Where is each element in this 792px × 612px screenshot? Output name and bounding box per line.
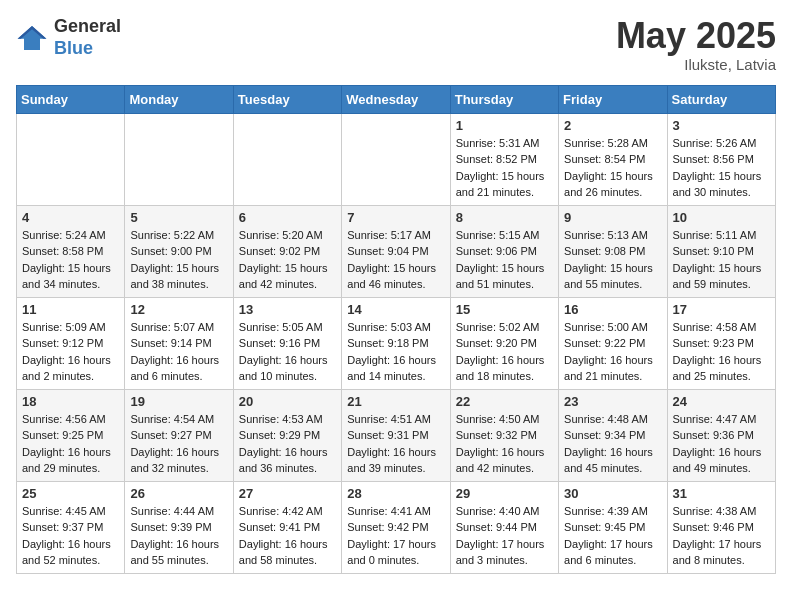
day-info: Sunrise: 5:26 AMSunset: 8:56 PMDaylight:… [673,135,770,201]
calendar-cell: 12Sunrise: 5:07 AMSunset: 9:14 PMDayligh… [125,297,233,389]
day-info: Sunrise: 5:05 AMSunset: 9:16 PMDaylight:… [239,319,336,385]
calendar-week-row: 25Sunrise: 4:45 AMSunset: 9:37 PMDayligh… [17,481,776,573]
day-number: 4 [22,210,119,225]
day-number: 5 [130,210,227,225]
calendar-cell: 20Sunrise: 4:53 AMSunset: 9:29 PMDayligh… [233,389,341,481]
weekday-header-wednesday: Wednesday [342,85,450,113]
calendar-week-row: 18Sunrise: 4:56 AMSunset: 9:25 PMDayligh… [17,389,776,481]
calendar-cell: 21Sunrise: 4:51 AMSunset: 9:31 PMDayligh… [342,389,450,481]
day-info: Sunrise: 4:51 AMSunset: 9:31 PMDaylight:… [347,411,444,477]
calendar-cell: 18Sunrise: 4:56 AMSunset: 9:25 PMDayligh… [17,389,125,481]
day-number: 23 [564,394,661,409]
day-number: 27 [239,486,336,501]
day-number: 21 [347,394,444,409]
calendar-cell: 3Sunrise: 5:26 AMSunset: 8:56 PMDaylight… [667,113,775,205]
weekday-header-saturday: Saturday [667,85,775,113]
day-number: 1 [456,118,553,133]
weekday-header-monday: Monday [125,85,233,113]
calendar-cell: 1Sunrise: 5:31 AMSunset: 8:52 PMDaylight… [450,113,558,205]
day-info: Sunrise: 4:58 AMSunset: 9:23 PMDaylight:… [673,319,770,385]
day-info: Sunrise: 5:00 AMSunset: 9:22 PMDaylight:… [564,319,661,385]
calendar-header: SundayMondayTuesdayWednesdayThursdayFrid… [17,85,776,113]
day-info: Sunrise: 5:02 AMSunset: 9:20 PMDaylight:… [456,319,553,385]
day-number: 20 [239,394,336,409]
day-number: 14 [347,302,444,317]
calendar-cell: 8Sunrise: 5:15 AMSunset: 9:06 PMDaylight… [450,205,558,297]
day-info: Sunrise: 5:22 AMSunset: 9:00 PMDaylight:… [130,227,227,293]
day-number: 9 [564,210,661,225]
day-number: 8 [456,210,553,225]
day-number: 24 [673,394,770,409]
calendar-cell: 10Sunrise: 5:11 AMSunset: 9:10 PMDayligh… [667,205,775,297]
day-number: 31 [673,486,770,501]
day-info: Sunrise: 4:48 AMSunset: 9:34 PMDaylight:… [564,411,661,477]
day-number: 3 [673,118,770,133]
title-block: May 2025 Ilukste, Latvia [616,16,776,73]
day-info: Sunrise: 5:07 AMSunset: 9:14 PMDaylight:… [130,319,227,385]
location-subtitle: Ilukste, Latvia [616,56,776,73]
day-number: 6 [239,210,336,225]
page-header: General Blue May 2025 Ilukste, Latvia [16,16,776,73]
calendar-cell: 30Sunrise: 4:39 AMSunset: 9:45 PMDayligh… [559,481,667,573]
calendar-cell: 26Sunrise: 4:44 AMSunset: 9:39 PMDayligh… [125,481,233,573]
calendar-cell [342,113,450,205]
day-info: Sunrise: 5:11 AMSunset: 9:10 PMDaylight:… [673,227,770,293]
day-number: 19 [130,394,227,409]
day-info: Sunrise: 5:15 AMSunset: 9:06 PMDaylight:… [456,227,553,293]
day-number: 2 [564,118,661,133]
day-number: 12 [130,302,227,317]
calendar-cell: 7Sunrise: 5:17 AMSunset: 9:04 PMDaylight… [342,205,450,297]
day-info: Sunrise: 4:38 AMSunset: 9:46 PMDaylight:… [673,503,770,569]
day-info: Sunrise: 4:54 AMSunset: 9:27 PMDaylight:… [130,411,227,477]
calendar-table: SundayMondayTuesdayWednesdayThursdayFrid… [16,85,776,574]
logo-icon [16,24,48,52]
calendar-cell: 6Sunrise: 5:20 AMSunset: 9:02 PMDaylight… [233,205,341,297]
logo-text: General Blue [54,16,121,59]
day-number: 28 [347,486,444,501]
weekday-header-row: SundayMondayTuesdayWednesdayThursdayFrid… [17,85,776,113]
day-info: Sunrise: 4:39 AMSunset: 9:45 PMDaylight:… [564,503,661,569]
weekday-header-tuesday: Tuesday [233,85,341,113]
day-info: Sunrise: 5:17 AMSunset: 9:04 PMDaylight:… [347,227,444,293]
day-info: Sunrise: 5:24 AMSunset: 8:58 PMDaylight:… [22,227,119,293]
calendar-cell [233,113,341,205]
day-number: 30 [564,486,661,501]
calendar-week-row: 1Sunrise: 5:31 AMSunset: 8:52 PMDaylight… [17,113,776,205]
calendar-cell: 25Sunrise: 4:45 AMSunset: 9:37 PMDayligh… [17,481,125,573]
day-number: 18 [22,394,119,409]
day-number: 10 [673,210,770,225]
weekday-header-thursday: Thursday [450,85,558,113]
day-info: Sunrise: 4:41 AMSunset: 9:42 PMDaylight:… [347,503,444,569]
calendar-cell: 11Sunrise: 5:09 AMSunset: 9:12 PMDayligh… [17,297,125,389]
day-number: 7 [347,210,444,225]
logo: General Blue [16,16,121,59]
calendar-cell: 17Sunrise: 4:58 AMSunset: 9:23 PMDayligh… [667,297,775,389]
day-info: Sunrise: 4:53 AMSunset: 9:29 PMDaylight:… [239,411,336,477]
day-number: 29 [456,486,553,501]
calendar-cell: 19Sunrise: 4:54 AMSunset: 9:27 PMDayligh… [125,389,233,481]
logo-general: General [54,16,121,38]
day-info: Sunrise: 5:20 AMSunset: 9:02 PMDaylight:… [239,227,336,293]
day-number: 11 [22,302,119,317]
calendar-cell: 24Sunrise: 4:47 AMSunset: 9:36 PMDayligh… [667,389,775,481]
calendar-cell: 16Sunrise: 5:00 AMSunset: 9:22 PMDayligh… [559,297,667,389]
day-info: Sunrise: 5:31 AMSunset: 8:52 PMDaylight:… [456,135,553,201]
calendar-cell: 4Sunrise: 5:24 AMSunset: 8:58 PMDaylight… [17,205,125,297]
day-info: Sunrise: 5:03 AMSunset: 9:18 PMDaylight:… [347,319,444,385]
calendar-week-row: 11Sunrise: 5:09 AMSunset: 9:12 PMDayligh… [17,297,776,389]
calendar-cell: 28Sunrise: 4:41 AMSunset: 9:42 PMDayligh… [342,481,450,573]
calendar-cell: 29Sunrise: 4:40 AMSunset: 9:44 PMDayligh… [450,481,558,573]
day-number: 15 [456,302,553,317]
calendar-cell: 5Sunrise: 5:22 AMSunset: 9:00 PMDaylight… [125,205,233,297]
calendar-body: 1Sunrise: 5:31 AMSunset: 8:52 PMDaylight… [17,113,776,573]
calendar-cell: 2Sunrise: 5:28 AMSunset: 8:54 PMDaylight… [559,113,667,205]
day-info: Sunrise: 4:56 AMSunset: 9:25 PMDaylight:… [22,411,119,477]
day-number: 22 [456,394,553,409]
day-info: Sunrise: 4:42 AMSunset: 9:41 PMDaylight:… [239,503,336,569]
day-number: 25 [22,486,119,501]
calendar-cell: 13Sunrise: 5:05 AMSunset: 9:16 PMDayligh… [233,297,341,389]
calendar-cell: 15Sunrise: 5:02 AMSunset: 9:20 PMDayligh… [450,297,558,389]
calendar-cell: 23Sunrise: 4:48 AMSunset: 9:34 PMDayligh… [559,389,667,481]
weekday-header-sunday: Sunday [17,85,125,113]
calendar-cell [125,113,233,205]
